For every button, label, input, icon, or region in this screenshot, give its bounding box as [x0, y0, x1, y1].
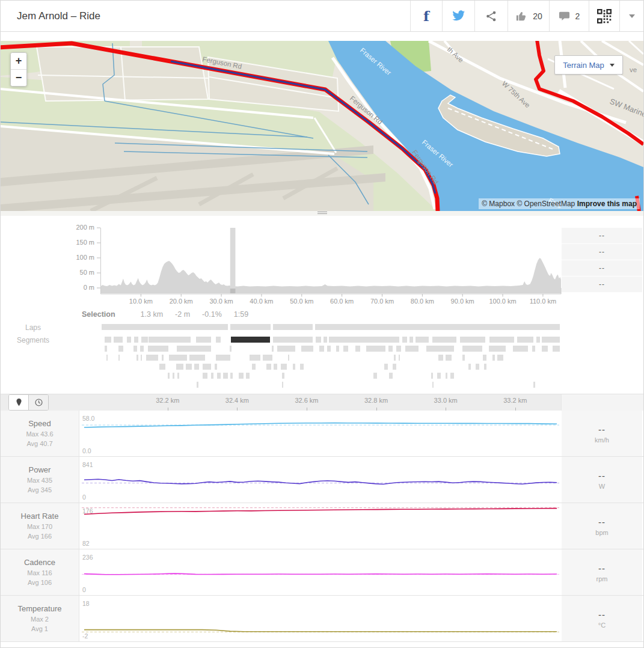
segment-bar[interactable] [513, 346, 528, 352]
segment-bar[interactable] [196, 337, 211, 343]
improve-map-link[interactable]: Improve this map [577, 200, 637, 208]
segment-bar[interactable] [159, 364, 165, 370]
segment-bar[interactable] [162, 355, 164, 361]
segment-bar[interactable] [288, 355, 289, 361]
segment-bar[interactable] [542, 346, 548, 352]
segment-bar[interactable] [173, 373, 174, 379]
lap-bar[interactable] [102, 324, 228, 330]
segment-bar[interactable] [203, 373, 207, 379]
segment-bar[interactable] [438, 355, 443, 361]
tab-time-mode[interactable] [28, 395, 48, 410]
map-style-selector[interactable]: Terrain Map [554, 55, 623, 75]
segment-bar[interactable] [293, 364, 295, 370]
segment-bar[interactable] [327, 346, 331, 352]
segment-bar[interactable] [134, 337, 138, 343]
segment-bar[interactable] [277, 346, 295, 352]
segment-bar[interactable] [217, 373, 221, 379]
segment-bar[interactable] [169, 355, 187, 361]
comments-button[interactable]: 2 [549, 1, 589, 31]
segment-bar[interactable] [431, 373, 433, 379]
segment-bar[interactable] [432, 382, 434, 388]
zoom-in-button[interactable]: + [11, 53, 26, 69]
segment-bar[interactable] [492, 355, 495, 361]
segment-bar[interactable] [127, 337, 131, 343]
segment-bar[interactable] [437, 373, 441, 379]
segment-bar[interactable] [140, 346, 144, 352]
facebook-share-button[interactable]: f [410, 1, 442, 31]
segment-bar[interactable] [114, 337, 123, 343]
segment-bar[interactable] [450, 373, 454, 379]
segment-bar[interactable] [133, 346, 137, 352]
segment-bar[interactable] [266, 364, 271, 370]
twitter-share-button[interactable] [442, 1, 474, 31]
segment-bar[interactable] [462, 346, 482, 352]
lap-bar[interactable] [315, 324, 560, 330]
segment-bar[interactable] [405, 346, 419, 352]
segment-bar[interactable] [373, 373, 377, 379]
segment-bar[interactable] [416, 337, 429, 343]
segment-bar[interactable] [533, 382, 535, 388]
segment-bar[interactable] [272, 346, 274, 352]
segment-bar[interactable] [105, 346, 107, 352]
segment-bar[interactable] [336, 346, 339, 352]
embed-qr-button[interactable] [589, 1, 619, 31]
segment-bar[interactable] [239, 373, 244, 379]
segment-bar[interactable] [462, 355, 465, 361]
segment-bar[interactable] [148, 346, 168, 352]
segment-bar[interactable] [536, 337, 540, 343]
map-canvas[interactable]: Ferguson RdFraser Riverth AveFerguson Rd… [1, 41, 643, 211]
metric-chart-heart-rate[interactable]: 17682 [79, 503, 562, 549]
segment-bar[interactable] [177, 346, 211, 352]
segment-bar[interactable] [484, 364, 486, 370]
segment-bar[interactable] [176, 364, 183, 370]
segment-bar[interactable] [396, 346, 401, 352]
segment-bar[interactable] [274, 364, 277, 370]
metric-chart-cadence[interactable]: 2360 [79, 549, 562, 595]
selection-band-handle[interactable] [230, 289, 236, 293]
segment-bar[interactable] [324, 337, 327, 343]
segment-bar[interactable] [282, 382, 283, 388]
map[interactable]: Ferguson RdFraser Riverth AveFerguson Rd… [1, 41, 643, 211]
segment-bar[interactable] [146, 355, 158, 361]
segment-bar[interactable] [329, 337, 399, 343]
mapbox-attribution[interactable]: © Mapbox [482, 200, 515, 208]
segment-bar[interactable] [211, 373, 213, 379]
segment-bar[interactable] [149, 337, 191, 343]
segment-bar[interactable] [446, 355, 452, 361]
segment-bar[interactable] [141, 355, 142, 361]
segment-bar[interactable] [105, 337, 111, 343]
segment-bar[interactable] [489, 337, 514, 343]
segment-bar[interactable] [316, 337, 321, 343]
segment-bar[interactable] [532, 346, 535, 352]
segment-bar[interactable] [246, 373, 250, 379]
metric-chart-power[interactable]: 8410 [79, 457, 562, 503]
segment-bar[interactable] [230, 373, 233, 379]
selection-band[interactable] [230, 228, 236, 293]
segment-bar[interactable] [517, 337, 533, 343]
segment-bar[interactable] [301, 346, 313, 352]
metric-chart-speed[interactable]: 58.00.0 [79, 411, 562, 456]
segment-bar[interactable] [384, 364, 388, 370]
segment-bar[interactable] [319, 346, 324, 352]
kudos-button[interactable]: 20 [508, 1, 549, 31]
share-button[interactable] [474, 1, 508, 31]
segment-bar[interactable] [263, 355, 272, 361]
segment-bar[interactable] [542, 337, 560, 343]
more-actions-button[interactable] [619, 1, 643, 31]
segment-bar[interactable] [118, 346, 123, 352]
segment-bar[interactable] [394, 355, 396, 361]
segment-bar[interactable] [141, 337, 148, 343]
segment-bar[interactable] [446, 373, 447, 379]
tab-distance-mode[interactable] [9, 395, 28, 410]
segment-bar[interactable] [215, 364, 217, 370]
segment-bar[interactable] [177, 373, 179, 379]
segment-bar[interactable] [393, 364, 396, 370]
segment-bar[interactable] [366, 346, 385, 352]
segment-bar[interactable] [203, 364, 211, 370]
lap-bar[interactable] [273, 324, 313, 330]
segment-bar[interactable] [483, 355, 486, 361]
segment-bar[interactable] [497, 355, 503, 361]
elevation-area[interactable] [101, 258, 562, 293]
segment-bar[interactable] [189, 355, 205, 361]
segment-bar[interactable] [409, 337, 413, 343]
